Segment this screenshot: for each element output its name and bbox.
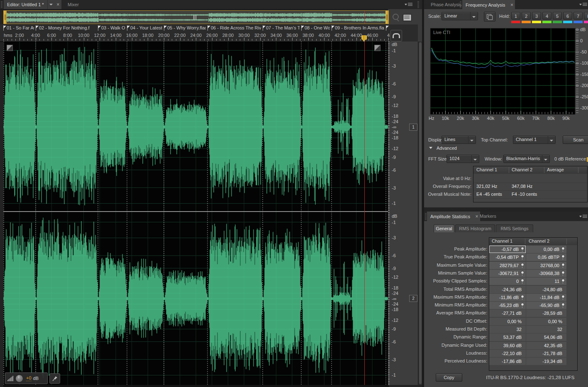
stats-cell-ch2[interactable]: 42,35 dB (526, 342, 566, 349)
stats-cell-ch2[interactable]: 54,06 dB (526, 333, 566, 341)
marker-flag[interactable] (332, 25, 335, 31)
selection-corner-handle[interactable] (374, 45, 381, 51)
location-pin-icon[interactable] (561, 295, 565, 300)
fft-size-dropdown[interactable]: 1024 (446, 155, 479, 163)
overview-center-grip[interactable] (193, 15, 197, 19)
stats-cell-ch2[interactable]: 32768,00 (526, 262, 566, 269)
stats-cell-ch1[interactable]: -17,86 dB (489, 358, 526, 365)
stats-cell-ch1[interactable]: -27,71 dB (489, 309, 526, 317)
location-pin-icon[interactable] (561, 263, 565, 268)
hold-button-6[interactable]: 6 (563, 12, 572, 19)
tab-editor[interactable]: Editor: Untitled 1 * × (4, 0, 61, 9)
stats-cell-ch1[interactable]: 28279,67 (489, 262, 526, 269)
hold-button-1[interactable]: 1 (511, 12, 520, 19)
location-pin-icon[interactable] (561, 271, 565, 276)
panel-menu-icon[interactable] (579, 214, 587, 219)
marker-flag[interactable] (98, 25, 101, 31)
location-pin-icon[interactable] (561, 279, 565, 284)
channel-1-badge[interactable]: 1 (409, 124, 417, 131)
marker-flag[interactable] (301, 25, 305, 31)
window-dropdown[interactable]: Blackman-Harris (503, 155, 550, 163)
overview-left-handle[interactable] (4, 11, 7, 24)
stats-cell-ch1[interactable]: -22,10 dB (489, 350, 526, 357)
scan-button[interactable]: Scan (563, 136, 588, 144)
marker-flag[interactable] (164, 25, 167, 31)
stats-cell-ch1[interactable]: 0,00 % (489, 318, 526, 325)
stats-cell-ch2[interactable]: -30968,38 (526, 270, 566, 277)
marker-label[interactable]: 08 - One Wo (305, 25, 330, 30)
tab-amplitude-statistics[interactable]: Amplitude Statistics × (427, 212, 480, 221)
advanced-collapse-icon[interactable] (429, 147, 432, 151)
stats-cell-ch1[interactable]: -24,36 dB (489, 286, 526, 293)
freq-col-average[interactable]: Average (547, 167, 564, 172)
stats-col-1[interactable]: Channel 1 (492, 239, 512, 243)
location-pin-icon[interactable] (521, 263, 524, 268)
stats-cell-ch2[interactable]: 0,00 % (526, 318, 566, 325)
location-pin-icon[interactable] (521, 271, 524, 276)
stats-cell-ch1[interactable]: -0,54 dBTP (489, 253, 526, 261)
marker-label[interactable]: 01 - So Far Aw (7, 25, 34, 30)
tab-mixer[interactable]: Mixer (64, 0, 82, 9)
panel-menu-icon[interactable] (405, 2, 412, 7)
hold-button-5[interactable]: 5 (553, 12, 562, 19)
marker-flag[interactable] (207, 25, 211, 31)
panel-grip[interactable] (417, 1, 419, 8)
display-dropdown[interactable]: Lines (442, 136, 476, 144)
location-pin-icon[interactable] (521, 295, 524, 300)
amplitude-ruler[interactable]: dB-1-1-3-3-6-6-9-9-12-12-18-18-24-24-∞dB… (388, 41, 418, 385)
tab-frequency-analysis[interactable]: Frequency Analysis × (462, 0, 515, 10)
vertical-scrollbar-thumb[interactable] (419, 42, 422, 384)
marker-label[interactable]: 09 - Brothers In Arms.flac (335, 25, 384, 30)
waveform-display[interactable] (3, 41, 389, 385)
stats-col-2[interactable]: Channel 2 (529, 239, 549, 243)
volume-hud[interactable]: +0 dB (5, 372, 48, 384)
waveform-display-icon[interactable] (403, 14, 412, 21)
chevron-down-icon[interactable] (47, 0, 55, 9)
selection-corner-handle[interactable] (7, 45, 13, 51)
advanced-label[interactable]: Advanced (437, 146, 457, 151)
stats-cell-ch2[interactable]: -21,78 dB (526, 350, 566, 357)
stats-cell-ch1[interactable]: 39,60 dB (489, 342, 526, 349)
stats-cell-ch2[interactable]: -19,34 dB (526, 358, 566, 365)
stats-cell-ch1[interactable]: -0,57 dB (489, 246, 526, 253)
channel-2-badge[interactable]: 2 (409, 295, 417, 302)
scale-dropdown[interactable]: Linear (442, 12, 478, 20)
pin-hud-button[interactable] (49, 373, 60, 384)
timeline-ruler[interactable]: hms2:004:006:008:0010:0012:0014:0016:001… (0, 32, 418, 42)
close-icon[interactable]: × (508, 0, 515, 10)
stats-cell-ch2[interactable]: -28,59 dB (526, 309, 566, 317)
marker-label[interactable]: 07 - The Man's T (266, 25, 300, 30)
stats-cell-ch2[interactable]: 0,05 dBTP (526, 253, 566, 261)
stats-cell-ch1[interactable]: 53,37 dB (489, 333, 526, 341)
frequency-graph[interactable]: Live CTI (427, 27, 588, 121)
hold-button-8[interactable]: 8 (584, 12, 588, 19)
hold-button-3[interactable]: 3 (532, 12, 541, 19)
copy-graph-button[interactable] (484, 12, 495, 22)
tab-general[interactable]: General (434, 224, 454, 232)
top-channel-dropdown[interactable]: Channel 1 (513, 136, 556, 144)
marker-label[interactable]: 06 - Ride Across The Rive (211, 25, 261, 30)
location-pin-icon[interactable] (561, 303, 565, 308)
stats-cell-ch1[interactable]: -65,23 dB (489, 302, 526, 309)
marker-flag[interactable] (3, 25, 7, 31)
playhead-marker[interactable] (361, 35, 367, 40)
tab-markers[interactable]: Markers (476, 212, 500, 221)
stats-cell-ch2[interactable]: -24,80 dB (526, 286, 566, 293)
stats-cell-ch2[interactable]: 0,00 dB (526, 246, 566, 253)
marker-flag[interactable] (127, 25, 130, 31)
stats-cell-ch1[interactable]: 32 (489, 326, 526, 333)
tab-rms-settings[interactable]: RMS Settings (496, 224, 533, 232)
hold-button-7[interactable]: 7 (573, 12, 583, 19)
snap-button[interactable] (390, 30, 402, 41)
stats-cell-ch2[interactable]: -11,84 dB (526, 294, 566, 301)
hold-button-2[interactable]: 2 (522, 12, 531, 19)
marker-flag[interactable] (36, 25, 39, 31)
freq-col-channel-1[interactable]: Channel 1 (476, 167, 497, 172)
stats-cell-ch1[interactable]: -11,86 dB (489, 294, 526, 301)
marker-label[interactable]: 04 - Your Latest T (130, 25, 162, 30)
marker-label[interactable]: 05 - Why Worry.flac (167, 25, 206, 30)
hold-button-4[interactable]: 4 (542, 12, 551, 19)
copy-button[interactable]: Copy (436, 373, 462, 382)
panel-menu-icon[interactable] (579, 2, 587, 7)
stats-cell-ch2[interactable]: 32 (526, 326, 566, 333)
